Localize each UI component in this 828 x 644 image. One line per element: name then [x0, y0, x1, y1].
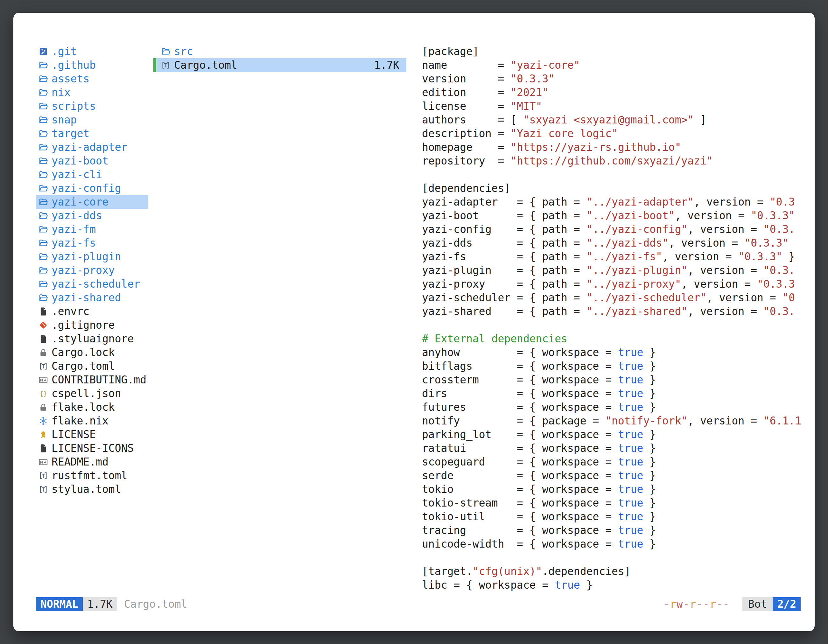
code-line	[422, 318, 801, 332]
file-manager-panes: .git.githubassetsnixscriptssnaptargetyaz…	[36, 45, 801, 597]
file-name: yazi-adapter	[52, 141, 127, 154]
open-folder-icon	[38, 60, 49, 71]
file-name: yazi-dds	[52, 209, 102, 222]
snowflake-icon	[38, 415, 49, 426]
open-folder-icon	[38, 251, 49, 262]
file-row-yazi-cli[interactable]: yazi-cli	[36, 168, 148, 181]
file-row-.envrc[interactable]: .envrc	[36, 304, 148, 318]
file-row-flake.lock[interactable]: flake.lock	[36, 400, 148, 414]
code-line: libc = { workspace = true }	[422, 578, 801, 592]
file-row-LICENSE-ICONS[interactable]: LICENSE-ICONS	[36, 441, 148, 455]
open-folder-icon	[38, 292, 49, 303]
file-row-assets[interactable]: assets	[36, 72, 148, 86]
file-row-Cargo.lock[interactable]: Cargo.lock	[36, 346, 148, 359]
file-name: assets	[52, 72, 89, 85]
file-name: yazi-boot	[52, 155, 108, 167]
file-name: yazi-proxy	[52, 264, 115, 276]
file-name: flake.lock	[52, 401, 115, 413]
file-row-.github[interactable]: .github	[36, 58, 148, 72]
toml-icon	[160, 60, 171, 71]
code-line: yazi-boot = { path = "../yazi-boot", ver…	[422, 209, 801, 223]
code-line: dirs = { workspace = true }	[422, 387, 801, 400]
file-row-stylua.toml[interactable]: stylua.toml	[36, 483, 148, 496]
file-row-yazi-plugin[interactable]: yazi-plugin	[36, 250, 148, 263]
yazi-window: .git.githubassetsnixscriptssnaptargetyaz…	[13, 13, 815, 631]
code-line: tokio-util = { workspace = true }	[422, 510, 801, 523]
code-line: scopeguard = { workspace = true }	[422, 455, 801, 469]
code-line: edition = "2021"	[422, 86, 801, 99]
code-line	[422, 551, 801, 564]
open-folder-icon	[38, 265, 49, 276]
file-row-LICENSE[interactable]: LICENSE	[36, 428, 148, 441]
file-name: Cargo.lock	[52, 346, 115, 359]
file-row-yazi-shared[interactable]: yazi-shared	[36, 291, 148, 304]
code-line: futures = { workspace = true }	[422, 400, 801, 414]
git-icon	[38, 320, 49, 331]
open-folder-icon	[38, 279, 49, 290]
pane-gap	[148, 45, 154, 597]
file-row-.git[interactable]: .git	[36, 45, 148, 58]
file-name: cspell.json	[52, 387, 121, 400]
file-name: yazi-fm	[52, 223, 96, 235]
file-row-Cargo.toml[interactable]: Cargo.toml1.7K	[154, 58, 406, 72]
file-name: Cargo.toml	[52, 360, 115, 372]
code-line: yazi-config = { path = "../yazi-config",…	[422, 223, 801, 236]
permissions: -rw-r--r--	[663, 598, 730, 610]
file-row-README.md[interactable]: README.md	[36, 455, 148, 469]
file-name: nix	[52, 86, 71, 99]
file-row-.styluaignore[interactable]: .styluaignore	[36, 332, 148, 346]
pane-gap	[406, 45, 422, 597]
file-name: .styluaignore	[52, 332, 134, 345]
code-line: yazi-fs = { path = "../yazi-fs", version…	[422, 250, 801, 263]
code-line: bitflags = { workspace = true }	[422, 359, 801, 373]
file-row-yazi-adapter[interactable]: yazi-adapter	[36, 140, 148, 154]
code-line: notify = { package = "notify-fork", vers…	[422, 414, 801, 428]
file-icon	[38, 306, 49, 317]
file-size: 1.7K	[374, 59, 406, 71]
file-name: yazi-config	[52, 182, 121, 194]
file-row-yazi-fs[interactable]: yazi-fs	[36, 236, 148, 250]
license-icon	[38, 429, 49, 440]
code-line: license = "MIT"	[422, 99, 801, 113]
code-line: yazi-shared = { path = "../yazi-shared",…	[422, 304, 801, 318]
status-filename: Cargo.toml	[124, 598, 187, 610]
open-folder-icon	[38, 197, 49, 207]
file-name: stylua.toml	[52, 483, 121, 495]
open-folder-icon	[38, 74, 49, 84]
file-icon	[38, 334, 49, 344]
file-row-cspell.json[interactable]: {}cspell.json	[36, 387, 148, 400]
code-line: yazi-dds = { path = "../yazi-dds", versi…	[422, 236, 801, 250]
file-row-flake.nix[interactable]: flake.nix	[36, 414, 148, 428]
svg-text:{}: {}	[39, 389, 47, 397]
file-row-yazi-scheduler[interactable]: yazi-scheduler	[36, 277, 148, 291]
file-row-nix[interactable]: nix	[36, 86, 148, 99]
file-name: LICENSE-ICONS	[52, 442, 134, 454]
file-row-yazi-config[interactable]: yazi-config	[36, 181, 148, 195]
file-icon	[38, 443, 49, 454]
code-line: yazi-plugin = { path = "../yazi-plugin",…	[422, 263, 801, 277]
code-line: anyhow = { workspace = true }	[422, 346, 801, 359]
code-line: [dependencies]	[422, 181, 801, 195]
file-row-yazi-dds[interactable]: yazi-dds	[36, 209, 148, 223]
file-row-Cargo.toml[interactable]: Cargo.toml	[36, 359, 148, 373]
file-row-yazi-proxy[interactable]: yazi-proxy	[36, 263, 148, 277]
file-name: .git	[52, 45, 77, 58]
file-row-target[interactable]: target	[36, 127, 148, 140]
lock-icon	[38, 347, 49, 358]
file-name: yazi-core	[52, 196, 108, 208]
file-row-.gitignore[interactable]: .gitignore	[36, 318, 148, 332]
preview-code: [package]name = "yazi-core"version = "0.…	[422, 45, 801, 592]
file-row-snap[interactable]: snap	[36, 113, 148, 127]
file-row-src[interactable]: src	[154, 45, 406, 58]
file-row-yazi-boot[interactable]: yazi-boot	[36, 154, 148, 168]
markdown-icon	[38, 457, 49, 467]
file-name: src	[174, 45, 193, 58]
file-row-yazi-core[interactable]: yazi-core	[36, 195, 148, 209]
code-line: repository = "https://github.com/sxyazi/…	[422, 154, 801, 168]
file-row-yazi-fm[interactable]: yazi-fm	[36, 223, 148, 236]
file-row-CONTRIBUTING.md[interactable]: CONTRIBUTING.md	[36, 373, 148, 387]
file-row-rustfmt.toml[interactable]: rustfmt.toml	[36, 469, 148, 483]
code-line: yazi-proxy = { path = "../yazi-proxy", v…	[422, 277, 801, 291]
file-row-scripts[interactable]: scripts	[36, 99, 148, 113]
file-name: CONTRIBUTING.md	[52, 373, 146, 386]
